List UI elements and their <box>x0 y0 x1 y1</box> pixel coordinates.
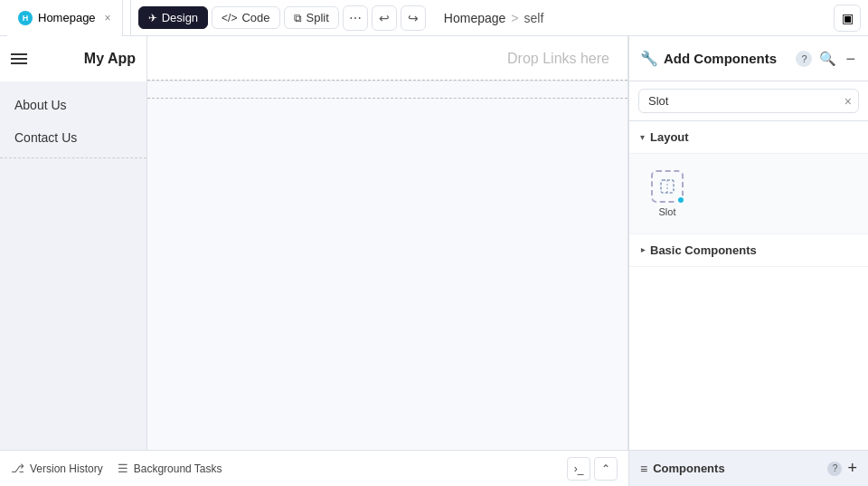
panel-close-button[interactable]: − <box>844 49 857 69</box>
version-history-icon: ⎇ <box>11 462 24 475</box>
background-tasks-icon: ☰ <box>118 462 128 475</box>
background-tasks-item[interactable]: ☰ Background Tasks <box>118 462 222 475</box>
tab-area: H Homepage × <box>7 0 123 36</box>
layout-components-grid: Slot <box>629 154 868 234</box>
layout-chevron-icon: ▾ <box>640 132 645 142</box>
code-button[interactable]: </> Code <box>212 6 279 29</box>
nav-divider <box>0 157 146 158</box>
collapse-button[interactable]: ⌃ <box>594 457 618 481</box>
tab-favicon: H <box>18 11 33 25</box>
statusbar-right: ›_ ⌃ <box>567 457 618 481</box>
breadcrumb: Homepage > self <box>444 11 543 25</box>
app-title: My App <box>84 51 136 67</box>
nav-item-about-us[interactable]: About Us <box>0 89 146 121</box>
nav-links: About Us Contact Us <box>0 81 146 169</box>
statusbar: ⎇ Version History ☰ Background Tasks ›_ … <box>0 450 628 486</box>
basic-components-section-header[interactable]: ▾ Basic Components <box>629 234 868 267</box>
panel-toggle-icon: ▣ <box>842 11 854 25</box>
toolbar: ✈ Design </> Code ⧉ Split ⋯ ↩ ↪ <box>130 0 433 35</box>
breadcrumb-current: self <box>524 11 544 25</box>
version-history-label: Version History <box>30 462 103 475</box>
main-area: My App About Us Contact Us Drop Links he… <box>0 36 868 486</box>
drop-links-text: Drop Links here <box>507 51 609 67</box>
panel-search-button[interactable]: 🔍 <box>817 49 838 69</box>
hamburger-menu-button[interactable] <box>11 53 27 64</box>
canvas-header: Drop Links here <box>147 36 627 81</box>
nav-header: My App <box>0 36 146 81</box>
topbar: H Homepage × ✈ Design </> Code ⧉ Split ⋯… <box>0 0 868 36</box>
bottom-panel-title: Components <box>653 462 822 475</box>
search-bar: × <box>629 81 868 121</box>
version-history-item[interactable]: ⎇ Version History <box>11 462 103 475</box>
panel-title: Add Components <box>664 51 790 66</box>
panel-toggle-button[interactable]: ▣ <box>834 5 861 32</box>
svg-rect-0 <box>661 180 674 193</box>
components-list-icon: ≡ <box>640 462 647 476</box>
canvas-area[interactable]: Drop Links here ⊙ <box>147 36 628 486</box>
layout-section-header[interactable]: ▾ Layout <box>629 121 868 154</box>
components-list: ▾ Layout Slot ▾ Basic <box>629 121 868 450</box>
terminal-button[interactable]: ›_ <box>567 457 590 481</box>
split-icon: ⧉ <box>294 12 302 24</box>
code-label: Code <box>241 11 269 24</box>
background-tasks-label: Background Tasks <box>134 462 222 475</box>
search-clear-button[interactable]: × <box>844 94 852 109</box>
split-button[interactable]: ⧉ Split <box>284 6 339 29</box>
design-label: Design <box>162 11 198 24</box>
slot-component-label: Slot <box>659 206 676 217</box>
homepage-tab[interactable]: H Homepage × <box>7 0 123 36</box>
canvas-dashed-bottom <box>147 98 627 99</box>
bottom-panel-help-button[interactable]: ? <box>827 462 842 476</box>
nav-sidebar: My App About Us Contact Us <box>0 36 147 486</box>
breadcrumb-separator: > <box>511 11 518 25</box>
tab-label: Homepage <box>38 11 96 24</box>
slot-icon-dot <box>676 195 685 205</box>
slot-component-item[interactable]: Slot <box>640 165 694 223</box>
layout-section-label: Layout <box>650 130 689 144</box>
basic-components-section-label: Basic Components <box>650 243 757 257</box>
bottom-panel-add-button[interactable]: + <box>847 459 857 478</box>
panel-help-button[interactable]: ? <box>796 51 812 67</box>
undo-button[interactable]: ↩ <box>372 5 397 31</box>
canvas-dashed-top <box>147 80 627 81</box>
nav-item-contact-us[interactable]: Contact Us <box>0 121 146 154</box>
redo-button[interactable]: ↪ <box>401 5 426 31</box>
right-panel: 🔧 Add Components ? 🔍 − × ▾ Layout <box>628 36 868 486</box>
bottom-panel: ≡ Components ? + <box>629 450 868 486</box>
breadcrumb-home[interactable]: Homepage <box>444 11 506 25</box>
slot-component-icon <box>651 170 684 203</box>
design-icon: ✈ <box>148 12 157 24</box>
tab-close-button[interactable]: × <box>105 12 111 24</box>
basic-components-chevron-icon: ▾ <box>637 248 647 253</box>
split-label: Split <box>307 11 329 24</box>
code-icon: </> <box>222 12 237 24</box>
search-input[interactable] <box>638 89 859 113</box>
wrench-icon: 🔧 <box>640 50 658 67</box>
design-button[interactable]: ✈ Design <box>138 6 208 29</box>
more-options-button[interactable]: ⋯ <box>343 5 368 31</box>
panel-header: 🔧 Add Components ? 🔍 − <box>629 36 868 81</box>
